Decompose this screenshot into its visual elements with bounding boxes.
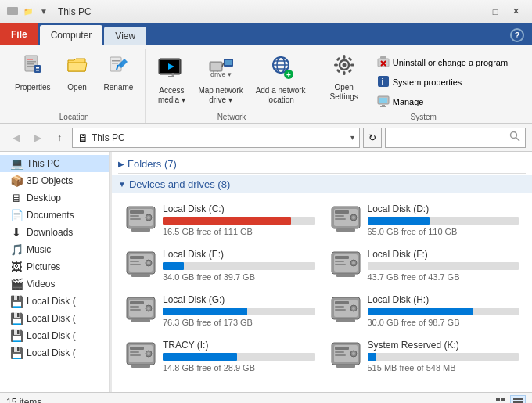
refresh-button[interactable]: ↻ (363, 128, 382, 148)
drive-item-g[interactable]: Local Disk (G:) 76.3 GB free of 173 GB (118, 289, 322, 333)
drive-bar-fill-g (163, 308, 247, 315)
svg-rect-8 (36, 67, 39, 69)
sidebar-item-this-pc[interactable]: 💻This PC (0, 155, 109, 172)
drive-item-e[interactable]: Local Disk (E:) 34.0 GB free of 39.7 GB (118, 243, 322, 287)
sidebar-icon-this-pc: 💻 (9, 157, 23, 170)
sidebar-item-3d-objects[interactable]: 📦3D Objects (0, 172, 109, 189)
svg-text:i: i (381, 77, 383, 86)
minimize-button[interactable]: — (465, 4, 485, 20)
svg-text:drive ▾: drive ▾ (210, 70, 232, 78)
svg-rect-20 (211, 63, 221, 70)
svg-rect-69 (336, 228, 355, 232)
sidebar-item-downloads[interactable]: ⬇Downloads (0, 224, 109, 241)
system-small-buttons: Uninstall or change a program i System p… (372, 49, 513, 111)
sidebar-label-this-pc: This PC (27, 158, 60, 169)
forward-button[interactable]: ▶ (28, 128, 47, 147)
rename-button[interactable]: Rename (99, 49, 139, 96)
sidebar-label-desktop: Desktop (27, 193, 61, 203)
open-icon (65, 52, 90, 81)
svg-rect-77 (131, 274, 150, 277)
location-buttons: Properties Open (9, 49, 138, 96)
folders-chevron: ▶ (118, 160, 124, 168)
manage-label: Manage (393, 97, 424, 106)
search-box[interactable] (385, 128, 526, 148)
large-icons-view-button[interactable] (493, 395, 509, 404)
sidebar-item-local-disk-c[interactable]: 💾Local Disk ( (0, 293, 109, 310)
devices-header-text: Devices and drives (8) (129, 178, 230, 190)
map-network-drive-button[interactable]: drive ▾ Map networkdrive ▾ (192, 49, 248, 109)
ribbon-toolbar: Properties Open (0, 45, 532, 124)
drive-bar-fill-c (163, 217, 291, 225)
svg-rect-34 (343, 55, 345, 59)
add-network-location-label: Add a networklocation (256, 86, 306, 105)
svg-rect-98 (335, 301, 349, 304)
open-settings-button[interactable]: OpenSettings (325, 49, 364, 106)
drive-item-c[interactable]: Local Disk (C:) 16.5 GB free of 111 GB (118, 198, 322, 242)
drive-bar-bg-g (163, 308, 315, 315)
svg-rect-82 (335, 256, 349, 259)
ribbon-group-network: Accessmedia ▾ drive ▾ Map networkdrive ▾ (146, 49, 318, 123)
add-network-location-button[interactable]: + Add a networklocation (250, 49, 311, 109)
drive-name-i: TRACY (I:) (163, 340, 315, 351)
system-properties-button[interactable]: i System properties (372, 73, 513, 92)
sidebar-item-videos[interactable]: 🎬Videos (0, 275, 109, 293)
drive-bar-fill-k (368, 353, 377, 361)
maximize-button[interactable]: □ (485, 4, 505, 20)
network-buttons: Accessmedia ▾ drive ▾ Map networkdrive ▾ (152, 49, 311, 109)
svg-rect-12 (112, 63, 118, 64)
sidebar-item-local-disk-e[interactable]: 💾Local Disk ( (0, 327, 109, 344)
drive-item-d[interactable]: Local Disk (D:) 65.0 GB free of 110 GB (323, 198, 527, 242)
sidebar-item-music[interactable]: 🎵Music (0, 241, 109, 258)
svg-rect-3 (27, 59, 33, 60)
access-media-button[interactable]: Accessmedia ▾ (152, 49, 191, 109)
svg-rect-41 (347, 69, 352, 74)
close-button[interactable]: ✕ (505, 4, 526, 20)
view-tab[interactable]: View (104, 27, 146, 45)
sidebar-item-documents[interactable]: 📄Documents (0, 207, 109, 224)
svg-rect-101 (336, 319, 355, 322)
drive-free-i: 14.8 GB free of 28.9 GB (163, 363, 315, 372)
back-button[interactable]: ◀ (6, 128, 25, 147)
properties-button[interactable]: Properties (9, 49, 56, 96)
drive-info-k: System Reserved (K:) 515 MB free of 548 … (368, 340, 519, 372)
address-dropdown-icon[interactable]: ▾ (350, 133, 354, 142)
drive-info-f: Local Disk (F:) 43.7 GB free of 43.7 GB (368, 249, 519, 282)
sidebar-icon-desktop: 🖥 (9, 192, 23, 204)
open-label: Open (67, 83, 86, 92)
system-buttons: OpenSettings Uninstall or change a progr… (325, 49, 523, 111)
details-view-button[interactable] (510, 395, 526, 404)
content-area: ▶ Folders (7) ▼ Devices and drives (8) (112, 152, 532, 392)
svg-rect-119 (501, 398, 505, 401)
sidebar-item-desktop[interactable]: 🖥Desktop (0, 189, 109, 207)
drive-bar-bg-e (163, 262, 315, 270)
drive-hdd-icon-e (125, 250, 156, 281)
svg-rect-108 (130, 354, 141, 356)
sidebar-item-local-disk-f[interactable]: 💾Local Disk ( (0, 344, 109, 362)
svg-rect-35 (343, 71, 345, 75)
uninstall-button[interactable]: Uninstall or change a program (372, 53, 513, 72)
sidebar-item-pictures[interactable]: 🖼Pictures (0, 258, 109, 275)
devices-section-header[interactable]: ▼ Devices and drives (8) (112, 175, 532, 193)
search-input[interactable] (390, 133, 506, 142)
help-button[interactable]: ? (502, 25, 532, 45)
drive-item-f[interactable]: Local Disk (F:) 43.7 GB free of 43.7 GB (323, 243, 527, 287)
drive-bar-fill-h (368, 308, 473, 315)
drive-item-i[interactable]: TRACY (I:) 14.8 GB free of 28.9 GB (118, 334, 322, 378)
svg-rect-106 (130, 347, 144, 350)
svg-rect-5 (27, 63, 34, 65)
manage-button[interactable]: Manage (372, 92, 513, 111)
address-path[interactable]: 🖥 This PC ▾ (72, 128, 360, 148)
drive-item-k[interactable]: System Reserved (K:) 515 MB free of 548 … (323, 334, 527, 378)
svg-rect-117 (336, 365, 355, 368)
svg-rect-92 (130, 309, 141, 311)
up-button[interactable]: ↑ (50, 128, 69, 147)
sidebar-icon-local-disk-c: 💾 (9, 295, 23, 308)
file-tab[interactable]: File (0, 23, 38, 45)
sidebar-item-local-disk-d[interactable]: 💾Local Disk ( (0, 310, 109, 327)
drive-item-h[interactable]: Local Disk (H:) 30.0 GB free of 98.7 GB (323, 289, 527, 333)
open-button[interactable]: Open (58, 49, 97, 96)
folders-section-header[interactable]: ▶ Folders (7) (112, 155, 532, 173)
computer-tab[interactable]: Computer (40, 25, 103, 45)
svg-rect-6 (27, 66, 35, 67)
section-divider (118, 173, 526, 174)
